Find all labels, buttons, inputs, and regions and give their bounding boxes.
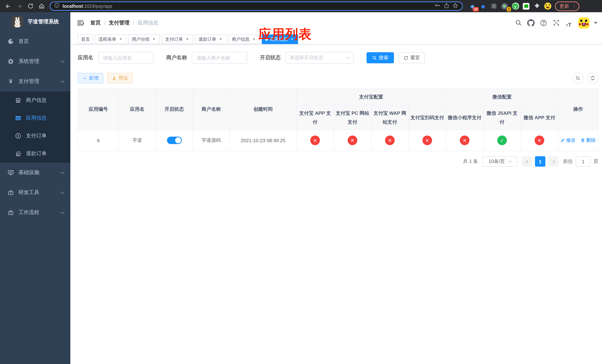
profile-avatar[interactable] [544, 2, 551, 10]
sidebar-menu: 首页 系统管理 ¥ 支付管理 [0, 32, 70, 223]
sidebar-item-pay-order[interactable]: ¥ 支付订单 [0, 127, 70, 145]
extension-chat-icon[interactable] [522, 2, 530, 10]
search-button[interactable]: 搜索 [366, 52, 394, 63]
merchant-name-label: 商户名称 [166, 54, 187, 61]
extension-yudao-icon[interactable]: y [512, 2, 519, 10]
next-page-button[interactable] [548, 156, 559, 167]
bookmark-star-icon[interactable] [452, 2, 458, 10]
page-size-select[interactable]: 10条/页 [483, 156, 517, 167]
site-info-icon[interactable] [54, 3, 60, 10]
status-select[interactable]: 请选择开启状态 [285, 52, 354, 64]
sidebar-item-app-info[interactable]: 应用信息 [0, 109, 70, 127]
close-icon[interactable]: × [218, 37, 223, 42]
status-toggle[interactable] [167, 137, 182, 144]
app-name-input[interactable] [98, 52, 154, 64]
sidebar-item-workflow[interactable]: 工作流程 [0, 203, 70, 223]
chevron-down-icon [61, 59, 64, 63]
export-button[interactable]: 导出 [107, 73, 133, 83]
yuan-icon: ¥ [7, 78, 14, 85]
tab-pay-order[interactable]: 支付订单× [162, 34, 193, 44]
sidebar-fold-icon[interactable] [76, 19, 85, 27]
table-toolbar: ＋ 新增 导出 [78, 73, 598, 84]
chevron-down-icon [61, 210, 64, 214]
gear-icon [7, 58, 14, 65]
github-icon[interactable] [527, 18, 535, 27]
plus-icon: ＋ [83, 75, 87, 81]
user-avatar[interactable] [578, 17, 589, 28]
close-icon[interactable]: × [251, 37, 257, 42]
extension-blocks-icon[interactable]: ◆ 10 [469, 2, 476, 10]
add-button[interactable]: ＋ 新增 [78, 73, 103, 83]
reset-button[interactable]: 重置 [399, 52, 425, 63]
browser-update-button[interactable]: 更新 ⋮ [555, 1, 580, 11]
chevron-down-icon [61, 170, 64, 174]
avatar-caret-icon[interactable] [594, 22, 598, 24]
app-name-label: 应用名 [78, 54, 93, 61]
extension-gem-icon[interactable]: ◆ [479, 2, 487, 10]
tab-refund-order[interactable]: 退款订单× [195, 34, 226, 44]
sidebar-item-merchant-info[interactable]: 商户信息 [0, 91, 70, 109]
col-alipay-pc: 支付宝 PC 网站支付 [334, 105, 371, 130]
logo-rabbit-image [12, 16, 23, 27]
help-icon[interactable] [539, 18, 548, 27]
goto-page-input[interactable] [576, 156, 591, 167]
tab-merchant-info[interactable]: 商户信息× [228, 34, 260, 44]
search-icon [575, 75, 580, 81]
refresh-table-button[interactable] [587, 73, 598, 84]
browser-home-icon[interactable] [36, 1, 47, 11]
sidebar-item-home[interactable]: 首页 [0, 32, 70, 52]
cell-app-name: 芋道 [119, 130, 156, 151]
page-number-button[interactable]: 1 [535, 156, 545, 167]
search-icon[interactable] [514, 18, 523, 27]
password-key-icon[interactable] [434, 2, 441, 10]
share-icon[interactable] [443, 2, 450, 10]
sidebar-item-refund-order[interactable]: 退款订单 [0, 145, 70, 162]
grid-icon [15, 115, 22, 121]
page-annotation-title: 应用列表 [258, 26, 312, 43]
breadcrumb-payment[interactable]: 支付管理 [109, 20, 129, 26]
fullscreen-icon[interactable] [552, 18, 560, 27]
url-text: localhost:1024/pay/app [63, 3, 112, 9]
close-icon[interactable]: × [185, 37, 190, 42]
tab-home[interactable]: 首页 [78, 34, 93, 44]
alipay-qr-status-icon: ✕ [422, 136, 432, 145]
delete-link[interactable]: 删除 [581, 137, 596, 144]
prev-page-button[interactable] [522, 156, 532, 167]
close-icon[interactable]: × [118, 37, 123, 42]
browser-back-icon[interactable] [3, 1, 13, 11]
col-alipay-wap: 支付宝 WAP 网站支付 [371, 105, 408, 130]
sidebar-item-dev-tools[interactable]: 研发工具 [0, 182, 70, 203]
extension-command-icon[interactable]: ⌘ [490, 2, 498, 10]
cell-app-id: 6 [78, 130, 119, 151]
extensions-puzzle-icon[interactable] [533, 2, 540, 10]
extension-badge: 1 [507, 7, 511, 11]
close-icon[interactable]: × [151, 37, 157, 42]
show-search-button[interactable] [572, 73, 583, 84]
goto-label: 前往 [563, 158, 573, 165]
breadcrumb-home[interactable]: 首页 [90, 20, 101, 26]
alipay-pc-status-icon: ✕ [348, 136, 357, 145]
col-alipay-qr: 支付宝扫码支付 [408, 105, 446, 130]
url-bar[interactable]: localhost:1024/pay/app [50, 1, 463, 11]
sidebar-item-payment[interactable]: ¥ 支付管理 [0, 72, 70, 91]
font-size-icon[interactable]: TT [564, 18, 573, 27]
sidebar-item-infrastructure[interactable]: 基础设施 [0, 162, 70, 182]
browser-forward-icon[interactable] [14, 1, 24, 11]
extension-recorder-icon[interactable]: 1 [501, 2, 508, 10]
col-merchant: 商户名称 [193, 89, 230, 130]
tab-process-form[interactable]: 流程表单× [95, 34, 127, 44]
chevron-down-icon [61, 190, 64, 194]
merchant-name-input[interactable] [192, 52, 247, 64]
browser-menu-icon[interactable]: ⋮ [572, 4, 576, 8]
sidebar-item-system[interactable]: 系统管理 [0, 52, 70, 72]
col-wechat-mini: 微信小程序支付 [446, 105, 483, 130]
pagination-total: 共 1 条 [463, 158, 478, 165]
toolbox-icon [7, 189, 14, 196]
tab-user-group[interactable]: 用户分组× [129, 34, 160, 44]
sidebar: 芋道管理系统 首页 系统管理 ¥ 支付管 [0, 12, 70, 364]
app-logo: 芋道管理系统 [0, 12, 70, 32]
browser-reload-icon[interactable] [25, 1, 35, 11]
trash-icon [581, 138, 585, 143]
edit-link[interactable]: 修改 [560, 137, 576, 144]
filter-form: 应用名 商户名称 开启状态 请选择开启状态 [78, 52, 598, 64]
